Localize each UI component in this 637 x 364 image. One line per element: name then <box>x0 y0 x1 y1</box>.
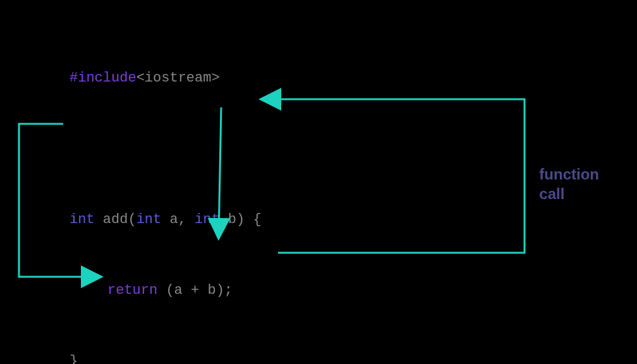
func-name-add: add( <box>95 212 136 228</box>
code-line-include: #include<iostream> <box>70 66 266 90</box>
include-directive: #include <box>70 70 136 86</box>
type-int: int <box>195 212 220 228</box>
param-a: a, <box>161 212 195 228</box>
return-keyword: return <box>107 282 157 298</box>
annotation-line2: call <box>539 184 599 203</box>
annotation-line1: function <box>539 164 599 184</box>
param-b: b) { <box>220 212 262 228</box>
type-int: int <box>136 212 162 228</box>
code-line-add-sig: int add(int a, int b) { <box>70 208 266 231</box>
annotation-function-call: function call <box>539 164 599 203</box>
include-header: <iostream> <box>136 70 220 86</box>
code-line-return: return (a + b); <box>70 279 266 302</box>
arrow-call-to-add <box>264 99 525 253</box>
return-expr: (a + b); <box>157 282 233 298</box>
code-line-brace: } <box>70 349 266 364</box>
code-block: #include<iostream> int add(int a, int b)… <box>70 19 266 364</box>
code-line-blank <box>70 137 266 161</box>
close-brace: } <box>70 353 78 364</box>
type-int: int <box>70 212 95 228</box>
